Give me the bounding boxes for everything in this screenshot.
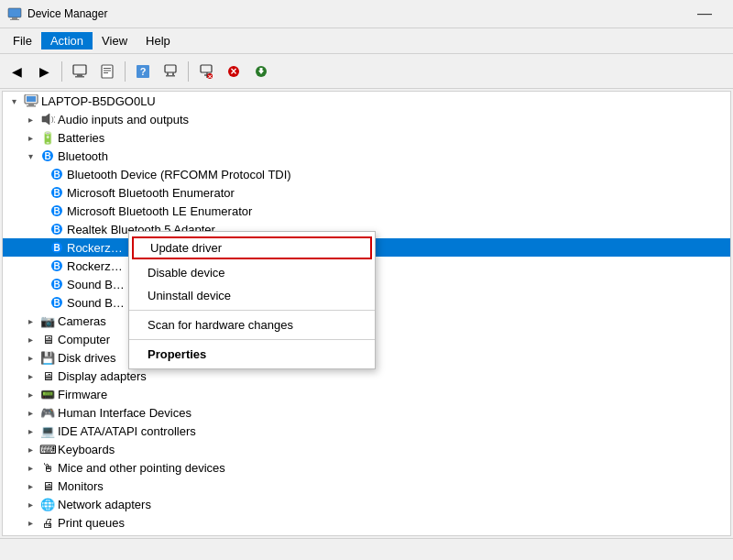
tree-expand-cameras[interactable]: ▸	[23, 313, 38, 328]
tree-item-keyboards[interactable]: ▸⌨Keyboards	[3, 440, 730, 458]
update-button[interactable]	[248, 59, 274, 84]
tree-expand-ide[interactable]: ▸	[23, 423, 38, 438]
tree-icon-firmware: 📟	[40, 387, 55, 401]
tree-indent	[3, 443, 23, 456]
tree-label-cameras: Cameras	[58, 314, 106, 328]
tree-icon-bt4: B	[49, 222, 64, 236]
tree-item-bluetooth[interactable]: ▾BBluetooth	[3, 147, 730, 165]
tree-icon-computer: 🖥	[40, 332, 55, 346]
tree-item-hid[interactable]: ▸🎮Human Interface Devices	[3, 403, 730, 422]
tree-expand-firmware[interactable]: ▸	[23, 387, 38, 401]
tree-icon-hid: 🎮	[40, 405, 55, 420]
svg-rect-9	[104, 72, 108, 73]
context-menu-separator	[129, 310, 375, 311]
tree-expand-bluetooth[interactable]: ▾	[23, 148, 38, 163]
context-menu-item-disable-device[interactable]: Disable device	[129, 261, 375, 284]
tree-indent	[3, 296, 39, 310]
help-button[interactable]: ?	[130, 59, 156, 84]
tree-icon-laptop	[24, 93, 38, 108]
tree-item-audio[interactable]: ▸))Audio inputs and outputs	[3, 110, 730, 128]
tree-label-monitors: Monitors	[58, 479, 104, 493]
svg-rect-4	[77, 74, 82, 76]
svg-marker-30	[42, 114, 49, 125]
tree-item-printqueues[interactable]: ▸🖨Print queues	[3, 513, 730, 532]
svg-rect-7	[104, 68, 111, 69]
remove-button[interactable]: ×	[193, 59, 219, 84]
context-menu-item-properties[interactable]: Properties	[129, 343, 375, 366]
tree-expand-processors[interactable]: ▸	[23, 533, 38, 536]
tree-icon-bt1: B	[49, 167, 64, 181]
tree-item-ide[interactable]: ▸💻IDE ATA/ATAPI controllers	[3, 422, 730, 440]
tree-item-batteries[interactable]: ▸🔋Batteries	[3, 128, 730, 147]
title-bar: Device Manager —	[0, 0, 733, 28]
minimize-button[interactable]: —	[684, 0, 726, 28]
tree-expand-keyboards[interactable]: ▸	[23, 442, 38, 456]
svg-rect-1	[12, 17, 17, 19]
tree-expand-displayadapters[interactable]: ▸	[23, 368, 38, 383]
svg-rect-28	[28, 104, 34, 105]
computer-button[interactable]	[67, 59, 93, 84]
tree-expand-monitors[interactable]: ▸	[23, 478, 38, 493]
app-icon	[7, 6, 22, 21]
properties-button[interactable]	[94, 59, 120, 84]
svg-rect-8	[104, 70, 111, 71]
menu-item-view[interactable]: View	[93, 32, 137, 49]
svg-text:B: B	[53, 298, 60, 308]
tree-label-bt8: Sound B…	[67, 296, 125, 310]
menu-item-file[interactable]: File	[4, 32, 41, 49]
context-menu: Update driverDisable deviceUninstall dev…	[128, 231, 376, 369]
svg-text:B: B	[53, 206, 60, 216]
context-menu-item-scan-changes[interactable]: Scan for hardware changes	[129, 313, 375, 336]
svg-rect-13	[167, 72, 169, 75]
svg-text:)): ))	[51, 115, 55, 123]
tree-expand-hid[interactable]: ▸	[23, 405, 38, 420]
context-menu-item-uninstall-device[interactable]: Uninstall device	[129, 284, 375, 307]
tree-item-firmware[interactable]: ▸📟Firmware	[3, 385, 730, 403]
tree-icon-network: 🌐	[40, 497, 55, 511]
tree-item-network[interactable]: ▸🌐Network adapters	[3, 495, 730, 513]
cancel-button[interactable]: ×	[221, 59, 246, 84]
tree-expand-mice[interactable]: ▸	[23, 460, 38, 475]
tree-expand-laptop[interactable]: ▾	[6, 93, 21, 108]
menu-item-action[interactable]: Action	[41, 32, 93, 49]
tree-label-network: Network adapters	[58, 498, 151, 511]
tree-item-monitors[interactable]: ▸🖥Monitors	[3, 477, 730, 495]
tree-indent	[3, 516, 23, 530]
toolbar-sep-1	[61, 61, 62, 82]
tree-expand-network[interactable]: ▸	[23, 497, 38, 511]
tree-icon-monitors: 🖥	[40, 478, 55, 493]
svg-text:?: ?	[140, 66, 147, 77]
tree-indent	[3, 351, 23, 365]
tree-item-bt1[interactable]: BBluetooth Device (RFCOMM Protocol TDI)	[3, 165, 730, 183]
tree-expand-audio[interactable]: ▸	[23, 112, 38, 126]
svg-text:B: B	[44, 151, 50, 161]
tree-item-bt2[interactable]: BMicrosoft Bluetooth Enumerator	[3, 183, 730, 202]
tree-item-processors[interactable]: ▸⚙Processors	[3, 532, 730, 536]
back-button[interactable]: ◀	[4, 59, 29, 84]
tree-item-laptop[interactable]: ▾LAPTOP-B5DGO0LU	[3, 92, 730, 110]
tree-indent	[3, 424, 23, 438]
tree-expand-printqueues[interactable]: ▸	[23, 515, 38, 530]
svg-text:B: B	[53, 170, 60, 180]
tree-icon-diskdrives: 💾	[40, 350, 55, 365]
tree-icon-printqueues: 🖨	[40, 515, 55, 530]
tree-expand-computer[interactable]: ▸	[23, 332, 38, 346]
network-button[interactable]	[158, 59, 183, 84]
tree-indent	[3, 113, 23, 126]
tree-expand-diskdrives[interactable]: ▸	[23, 350, 38, 365]
tree-expand-bt6	[39, 258, 47, 273]
tree-expand-bt5	[39, 240, 47, 255]
tree-item-bt3[interactable]: BMicrosoft Bluetooth LE Enumerator	[3, 202, 730, 220]
tree-indent	[3, 314, 23, 328]
tree-item-mice[interactable]: ▸🖱Mice and other pointing devices	[3, 458, 730, 477]
context-menu-item-update-driver[interactable]: Update driver	[132, 236, 372, 259]
tree-icon-displayadapters: 🖥	[40, 368, 55, 383]
menu-bar: FileActionViewHelp	[0, 28, 733, 54]
tree-expand-bt8	[39, 295, 47, 310]
tree-expand-bt7	[39, 277, 47, 291]
forward-button[interactable]: ▶	[31, 59, 57, 84]
tree-item-displayadapters[interactable]: ▸🖥Display adapters	[3, 367, 730, 385]
tree-icon-mice: 🖱	[40, 460, 55, 475]
tree-expand-batteries[interactable]: ▸	[23, 130, 38, 145]
menu-item-help[interactable]: Help	[137, 32, 180, 49]
